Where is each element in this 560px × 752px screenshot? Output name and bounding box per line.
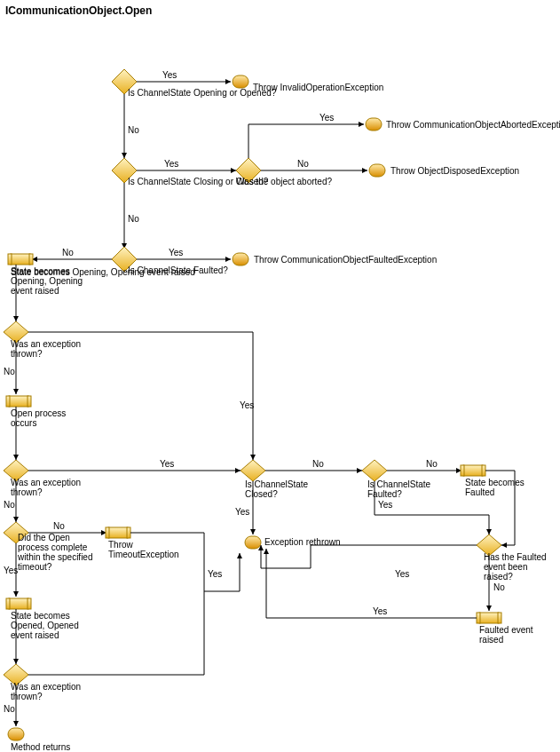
- svg-text:No: No: [297, 159, 309, 169]
- svg-text:Yes: Yes: [378, 500, 392, 510]
- decision-exception-3-label: Was an exception thrown?: [11, 682, 95, 701]
- svg-text:Yes: Yes: [240, 400, 254, 410]
- svg-text:Yes: Yes: [4, 566, 18, 575]
- svg-text:No: No: [4, 704, 15, 714]
- svg-rect-27: [6, 396, 10, 407]
- svg-rect-63: [477, 613, 480, 623]
- svg-rect-44: [28, 598, 31, 609]
- decision-channelstate-closed: [241, 460, 265, 481]
- process-opened: [6, 598, 31, 609]
- decision-faulted2-label: Is ChannelState Faulted?: [367, 479, 452, 499]
- decision-channelstate-faulted-2: [362, 460, 387, 481]
- terminator-timeout: [106, 527, 130, 538]
- process-faulted-event: [477, 613, 501, 623]
- svg-rect-62: [479, 613, 499, 623]
- decision-object-aborted: Was the object aborted?: [236, 158, 332, 186]
- edge-d2-no: No: [124, 183, 139, 249]
- svg-text:No: No: [493, 582, 505, 592]
- edge-d7-yes: Yes: [4, 543, 18, 597]
- process-open: [6, 396, 31, 407]
- label: Throw CommunicationObjectFaultedExceptio…: [254, 255, 437, 265]
- page-title: ICommunicationObject.Open: [5, 4, 152, 17]
- svg-text:Yes: Yes: [162, 70, 177, 80]
- svg-rect-16: [233, 253, 248, 265]
- svg-text:Yes: Yes: [373, 606, 387, 616]
- svg-rect-28: [28, 396, 31, 407]
- svg-text:No: No: [426, 459, 438, 469]
- svg-rect-51: [245, 536, 261, 549]
- svg-text:No: No: [62, 248, 74, 257]
- svg-rect-2: [233, 75, 248, 88]
- svg-rect-57: [463, 465, 483, 476]
- process-opening-label: State becomes Opening, Opening event rai…: [11, 266, 91, 296]
- svg-rect-20: [8, 254, 12, 265]
- terminator-return-label: Method returns: [11, 742, 117, 752]
- svg-text:No: No: [4, 367, 15, 376]
- process-becomes-faulted: [461, 465, 485, 476]
- svg-rect-19: [11, 254, 30, 265]
- label: Throw InvalidOperationException: [253, 83, 383, 92]
- svg-rect-11: [369, 164, 385, 177]
- process-faulted-label: State becomes Faulted: [465, 478, 549, 497]
- svg-rect-21: [29, 254, 33, 265]
- edge-d2-yes: Yes: [137, 159, 236, 170]
- svg-text:Yes: Yes: [164, 159, 178, 169]
- svg-text:No: No: [128, 125, 139, 135]
- svg-rect-64: [498, 613, 501, 623]
- svg-text:No: No: [4, 500, 15, 510]
- decision-closed-label: Is ChannelState Closed?: [245, 479, 329, 499]
- svg-rect-58: [461, 465, 464, 476]
- svg-text:No: No: [128, 214, 139, 224]
- terminator-aborted: Throw CommunicationObjectAbortedExceptio…: [366, 118, 560, 131]
- terminator-disposed: Throw ObjectDisposedException: [369, 164, 519, 177]
- svg-text:No: No: [312, 459, 324, 469]
- svg-text:Yes: Yes: [395, 569, 409, 579]
- svg-text:Yes: Yes: [208, 569, 222, 579]
- decision-timeout-label: Did the Open process complete within the…: [18, 533, 98, 572]
- edge-d4-yes: Yes: [137, 248, 231, 259]
- svg-rect-38: [127, 527, 130, 538]
- edge-d3-no: No: [261, 159, 367, 170]
- svg-rect-59: [482, 465, 485, 476]
- edge-d6-yes: Yes: [28, 459, 241, 471]
- process-faulted-event-label: Faulted event raised: [479, 625, 559, 645]
- svg-text:Yes: Yes: [160, 459, 174, 469]
- svg-rect-36: [108, 527, 128, 538]
- edge-d4-no: No: [32, 248, 112, 259]
- svg-text:Yes: Yes: [235, 507, 249, 517]
- svg-rect-37: [106, 527, 109, 538]
- edge-d7-no: No: [28, 521, 106, 533]
- edge-d1-no: No: [124, 94, 139, 158]
- svg-text:Yes: Yes: [169, 248, 183, 257]
- edge-d1-yes: Yes: [137, 70, 231, 82]
- edge-d10-no: No: [387, 459, 461, 471]
- edge-d3-yes: Yes: [248, 113, 364, 158]
- svg-rect-8: [366, 118, 382, 131]
- terminator-faulted-exception: Throw CommunicationObjectFaultedExceptio…: [233, 253, 437, 265]
- svg-rect-43: [6, 598, 10, 609]
- process-open-label: Open process occurs: [11, 408, 91, 428]
- svg-rect-26: [9, 396, 28, 407]
- svg-rect-48: [8, 728, 24, 740]
- label: Throw ObjectDisposedException: [390, 166, 519, 176]
- terminator-timeout-label: Throw TimeoutException: [108, 540, 193, 559]
- label: Was the object aborted?: [236, 177, 332, 186]
- decision-faulted-event-label: Has the Faulted event been raised?: [484, 552, 559, 582]
- svg-rect-42: [9, 598, 28, 609]
- terminator-invalid-op: Throw InvalidOperationException: [233, 75, 383, 92]
- decision-exception-2-label: Was an exception thrown?: [11, 478, 95, 497]
- terminator-method-returns: [8, 728, 24, 740]
- decision-channelstate-opening: Is ChannelState Opening or Opened?: [112, 69, 277, 98]
- svg-text:No: No: [53, 521, 65, 531]
- decision-exception-1-label: Was an exception thrown?: [11, 339, 95, 359]
- edge-d9-no: No: [265, 459, 362, 471]
- process-opened-label: State becomes Opened, Opened event raise…: [11, 611, 99, 640]
- svg-text:Yes: Yes: [319, 113, 334, 123]
- terminator-rethrown: [245, 536, 261, 549]
- label: Throw CommunicationObjectAbortedExceptio…: [386, 120, 560, 130]
